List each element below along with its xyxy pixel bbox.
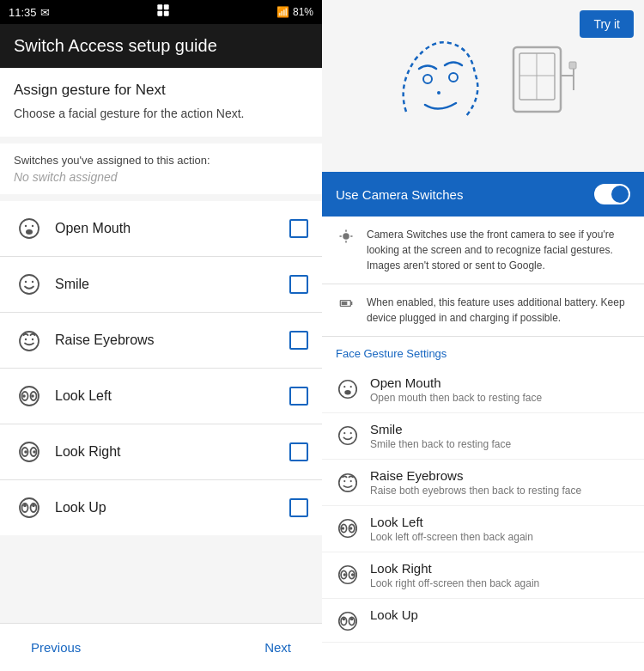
left-panel: 11:35 ✉ 📶 81% Switch Access setup guide … [0,0,322,671]
face-illustration [389,34,492,137]
right-gesture-item-open-mouth[interactable]: Open Mouth Open mouth then back to resti… [322,367,644,413]
gesture-item-smile[interactable]: Smile [0,257,322,313]
right-smile-icon [336,424,360,448]
right-gesture-list: Open Mouth Open mouth then back to resti… [322,367,644,671]
illustration-area: Try it [322,0,644,172]
switches-section: Switches you've assigned to this action:… [0,143,322,194]
svg-point-12 [25,338,27,339]
right-smile-text: Smile Smile then back to resting face [370,422,630,450]
time-display: 11:35 [9,6,37,19]
look-right-checkbox[interactable] [289,442,308,461]
right-gesture-item-look-right[interactable]: Look Right Look right off-screen then ba… [322,552,644,599]
svg-point-4 [20,219,39,238]
battery-info-text: When enabled, this feature uses addition… [367,295,630,326]
svg-point-9 [25,280,27,282]
status-left: 11:35 ✉ [9,6,50,19]
gesture-item-look-left[interactable]: Look Left [0,369,322,424]
camera-info-text: Camera Switches use the front camera to … [367,227,630,273]
svg-point-27 [23,503,27,507]
svg-rect-0 [157,4,162,9]
info-section: Camera Switches use the front camera to … [322,217,644,337]
app-title: Switch Access setup guide [14,36,217,55]
svg-point-5 [25,224,27,226]
right-gesture-item-look-left[interactable]: Look Left Look left off-screen then back… [322,506,644,552]
look-up-icon [14,492,45,523]
svg-rect-1 [164,4,169,9]
right-raise-eyebrows-text: Raise Eyebrows Raise both eyebrows then … [370,468,630,497]
right-gesture-item-raise-eyebrows[interactable]: Raise Eyebrows Raise both eyebrows then … [322,460,644,506]
raise-eyebrows-label: Raise Eyebrows [55,332,289,348]
gesture-item-open-mouth[interactable]: Open Mouth [0,201,322,257]
svg-point-47 [343,432,345,434]
raise-eyebrows-checkbox[interactable] [289,331,308,350]
previous-button[interactable]: Previous [21,633,91,662]
gesture-item-look-right[interactable]: Look Right [0,424,322,480]
signal-icon: 📶 [276,6,289,18]
svg-point-51 [350,480,352,482]
phone-illustration [509,43,578,129]
smile-label: Smile [55,277,289,292]
right-look-left-icon [336,516,360,540]
battery-small-icon [336,295,356,310]
assign-section: Assign gesture for Next Choose a facial … [0,68,322,137]
svg-point-61 [351,573,354,576]
right-raise-eyebrows-icon [336,470,360,494]
svg-point-48 [350,432,352,434]
svg-point-65 [343,618,345,620]
right-smile-desc: Smile then back to resting face [370,438,630,450]
right-look-left-desc: Look left off-screen then back again [370,531,630,543]
look-up-checkbox[interactable] [289,498,308,517]
raise-eyebrows-icon [14,325,45,356]
svg-point-30 [449,73,458,82]
smile-icon [14,269,45,300]
face-gesture-settings-label: Face Gesture Settings [322,337,644,367]
right-open-mouth-desc: Open mouth then back to resting face [370,392,630,404]
svg-rect-38 [569,62,576,69]
open-mouth-checkbox[interactable] [289,219,308,238]
svg-point-55 [342,527,344,529]
right-look-right-desc: Look right off-screen then back again [370,577,630,589]
right-panel: Try it [322,0,644,671]
battery-display: 81% [293,6,313,18]
svg-point-45 [344,390,350,395]
right-smile-name: Smile [370,422,630,436]
app-bar: Switch Access setup guide [0,24,322,68]
right-open-mouth-name: Open Mouth [370,375,630,390]
battery-info-item: When enabled, this feature uses addition… [322,284,644,337]
svg-point-13 [32,338,33,339]
camera-toggle-bar: Use Camera Switches [322,172,644,217]
svg-point-7 [26,229,33,235]
svg-point-6 [32,224,33,226]
svg-point-10 [32,280,33,282]
gesture-item-raise-eyebrows[interactable]: Raise Eyebrows [0,313,322,369]
svg-point-8 [20,275,39,294]
svg-rect-41 [342,302,348,305]
right-look-right-text: Look Right Look right off-screen then ba… [370,561,630,589]
svg-point-43 [343,386,345,387]
try-it-button[interactable]: Try it [580,10,634,38]
gesture-item-look-up[interactable]: Look Up [0,480,322,535]
open-mouth-label: Open Mouth [55,221,289,236]
right-gesture-item-look-up[interactable]: Look Up [322,599,644,643]
svg-point-11 [20,332,39,351]
camera-toggle-switch[interactable] [594,184,630,204]
right-gesture-item-smile[interactable]: Smile Smile then back to resting face [322,413,644,460]
right-look-right-icon [336,563,360,587]
assign-desc: Choose a facial gesture for the action N… [14,106,308,123]
smile-checkbox[interactable] [289,275,308,294]
open-mouth-icon [14,213,45,244]
status-bar: 11:35 ✉ 📶 81% [0,0,322,24]
app-icon-center [155,2,172,22]
svg-point-39 [343,233,349,240]
svg-point-22 [24,450,27,454]
bottom-nav: Previous Next [0,623,322,671]
svg-point-42 [339,381,356,398]
camera-toggle-label: Use Camera Switches [336,187,463,202]
look-left-checkbox[interactable] [289,387,308,406]
svg-point-50 [343,480,345,482]
svg-point-49 [339,474,356,491]
svg-point-60 [343,573,346,576]
svg-point-17 [22,394,26,398]
gesture-list: Open Mouth Smile [0,201,322,535]
next-button[interactable]: Next [254,633,301,662]
